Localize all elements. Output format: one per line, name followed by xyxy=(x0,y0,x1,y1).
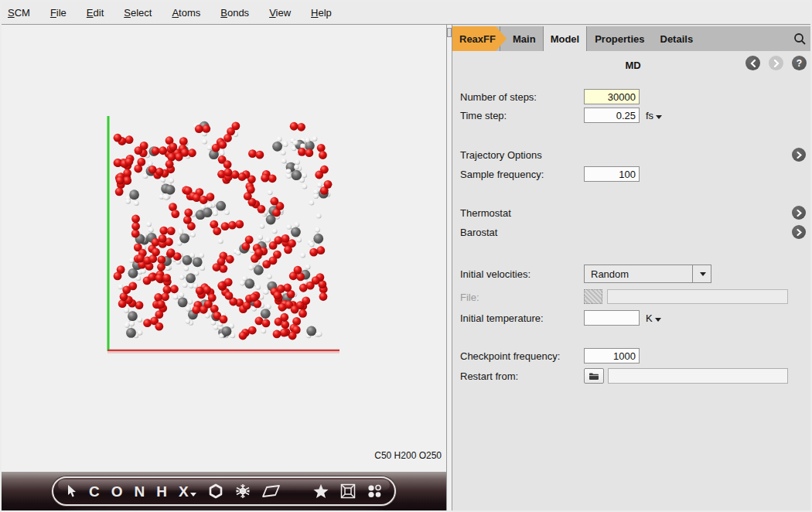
barostat-label: Barostat xyxy=(460,227,497,238)
menu-file[interactable]: File xyxy=(50,7,67,19)
time-step-input[interactable] xyxy=(584,108,640,123)
folder-icon xyxy=(589,372,599,381)
trajectory-options-label: Trajectory Options xyxy=(460,149,542,161)
search-icon xyxy=(793,32,807,46)
molecular-scene[interactable] xyxy=(107,114,340,356)
menu-view[interactable]: View xyxy=(269,7,291,19)
molecule-viewer[interactable]: C50 H200 O250 C O N H X xyxy=(2,25,446,512)
input-panel: ReaxFF Main Model Properties Details MD … xyxy=(452,25,812,512)
menu-bonds[interactable]: Bonds xyxy=(220,7,249,19)
number-of-steps-input[interactable] xyxy=(584,89,640,104)
restart-from-label: Restart from: xyxy=(460,370,518,382)
tab-details[interactable]: Details xyxy=(653,26,701,51)
sample-frequency-input[interactable] xyxy=(584,166,640,182)
splitter-handle[interactable] xyxy=(447,28,452,37)
sample-frequency-label: Sample frequency: xyxy=(460,169,544,180)
crystal-tool-icon[interactable] xyxy=(235,483,251,499)
menu-atoms[interactable]: Atoms xyxy=(172,7,200,19)
initial-velocities-label: Initial velocities: xyxy=(460,268,531,280)
nitrogen-element-tool[interactable]: N xyxy=(135,484,145,499)
viewer-toolbar-strip: C O N H X xyxy=(2,472,446,512)
carbon-element-tool[interactable]: C xyxy=(89,484,100,499)
restart-browse-button[interactable] xyxy=(584,368,604,384)
time-step-unit-dropdown[interactable]: fs xyxy=(646,110,662,121)
chevron-right-icon xyxy=(773,60,780,67)
tab-bar: ReaxFF Main Model Properties Details xyxy=(452,26,812,51)
any-element-tool[interactable]: X xyxy=(179,484,196,499)
plane-tool-icon[interactable] xyxy=(262,485,280,497)
cell-box-tool-icon[interactable] xyxy=(340,483,356,499)
checkpoint-frequency-input[interactable] xyxy=(584,348,640,364)
menu-select[interactable]: Select xyxy=(124,7,152,19)
restart-from-input[interactable] xyxy=(608,368,788,384)
dropdown-value: Random xyxy=(585,268,692,280)
initial-temperature-input[interactable] xyxy=(584,310,640,326)
tab-properties[interactable]: Properties xyxy=(587,26,652,51)
initial-velocities-dropdown[interactable]: Random xyxy=(584,265,711,283)
pane-splitter[interactable] xyxy=(446,25,452,512)
tab-model[interactable]: Model xyxy=(544,26,588,51)
number-of-steps-label: Number of steps: xyxy=(460,91,537,103)
chevron-left-icon xyxy=(750,60,756,67)
initial-temperature-label: Initial temperature: xyxy=(460,312,544,324)
hydrogen-element-tool[interactable]: H xyxy=(156,484,167,499)
chevron-right-icon xyxy=(797,210,802,217)
search-button[interactable] xyxy=(786,26,812,51)
caret-down-icon xyxy=(700,272,706,276)
oxygen-element-tool[interactable]: O xyxy=(111,484,123,499)
help-button[interactable]: ? xyxy=(792,56,807,70)
ring-tool-icon[interactable] xyxy=(208,483,223,499)
initial-temperature-unit-dropdown[interactable]: K xyxy=(646,312,661,324)
drawing-toolbar: C O N H X xyxy=(52,476,396,506)
ams-input-window: SCM File Edit Select Atoms Bonds View He… xyxy=(0,0,812,512)
formula-label: C50 H200 O250 xyxy=(374,450,442,461)
velocities-file-input xyxy=(607,289,788,304)
checkpoint-frequency-label: Checkpoint frequency: xyxy=(460,350,560,362)
velocities-file-browse-button xyxy=(584,289,602,304)
trajectory-options-detail-button[interactable] xyxy=(792,148,806,162)
dropdown-arrow[interactable] xyxy=(692,265,711,282)
menu-edit[interactable]: Edit xyxy=(87,7,104,19)
time-step-label: Time step: xyxy=(460,110,507,121)
caret-down-icon xyxy=(655,318,661,322)
star-tool-icon[interactable] xyxy=(313,484,329,499)
pointer-tool-icon[interactable] xyxy=(66,484,77,498)
menu-help[interactable]: Help xyxy=(311,7,332,19)
menu-bar: SCM File Edit Select Atoms Bonds View He… xyxy=(2,2,810,25)
thermostat-detail-button[interactable] xyxy=(792,206,806,220)
caret-down-icon xyxy=(190,493,196,497)
tab-reaxff[interactable]: ReaxFF xyxy=(452,26,507,51)
forward-button xyxy=(769,56,783,70)
menu-scm[interactable]: SCM xyxy=(8,7,30,19)
chevron-right-icon xyxy=(797,229,802,236)
back-button[interactable] xyxy=(745,56,760,70)
chevron-right-icon xyxy=(797,152,802,159)
barostat-detail-button[interactable] xyxy=(792,225,806,239)
toolbar-reflection xyxy=(63,507,384,512)
molecule-tool-icon[interactable] xyxy=(367,484,382,498)
thermostat-label: Thermostat xyxy=(460,207,511,219)
caret-down-icon xyxy=(656,115,662,119)
velocities-file-label: File: xyxy=(460,292,479,303)
